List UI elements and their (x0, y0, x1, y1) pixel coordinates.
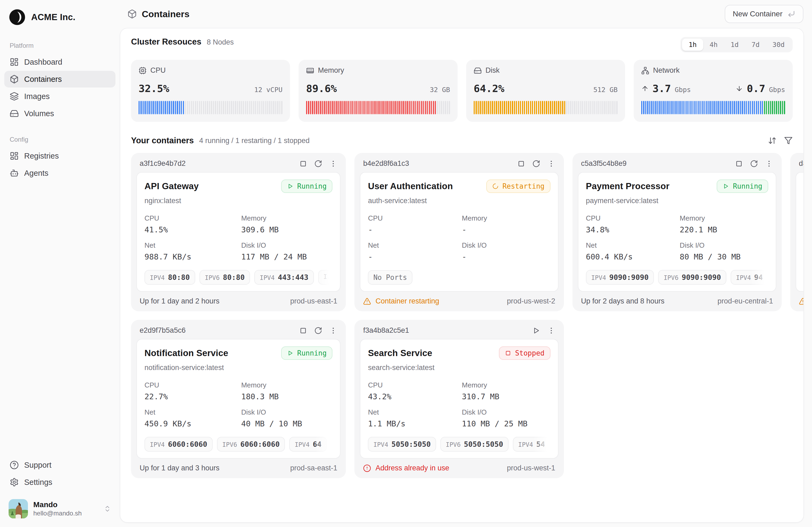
metric-label: Memory (241, 381, 332, 389)
range-button-4h[interactable]: 4h (703, 39, 724, 51)
range-button-1h[interactable]: 1h (682, 39, 703, 51)
kebab-menu-icon[interactable] (547, 160, 555, 168)
metric-value: - (462, 252, 550, 261)
metric-memory: Memory310.7 MB (462, 381, 550, 401)
range-button-7d[interactable]: 7d (745, 39, 766, 51)
container-ports: IPV49090:9090IPV69090:9090IPV494 (586, 261, 768, 285)
kebab-menu-icon[interactable] (329, 327, 337, 335)
nav-section-label: Platform (0, 42, 120, 49)
container-card: a3f1c9e4b7d2API GatewayRunningnginx:late… (131, 153, 346, 311)
return-key-icon (787, 10, 795, 18)
sidebar-item-label: Volumes (24, 109, 54, 118)
metric-value: 117 MB / 24 MB (241, 252, 332, 261)
metric-label: Disk I/O (241, 408, 332, 417)
new-container-button[interactable]: New Container (725, 5, 803, 23)
stop-icon[interactable] (517, 160, 525, 168)
user-profile[interactable]: Mando hello@mando.sh (5, 496, 114, 522)
metric-label: CPU (586, 214, 675, 223)
port-protocol: IPV4 (373, 441, 388, 448)
container-card-actions (299, 327, 337, 335)
sidebar-item-settings[interactable]: Settings (4, 474, 115, 491)
port-chip: IPV480:80 (144, 270, 195, 285)
container-card-head: b4e2d8f6a1c3 (360, 158, 558, 172)
user-name: Mando (33, 500, 98, 509)
metric-value: 41.5% (144, 225, 236, 234)
sidebar-item-images[interactable]: Images (4, 88, 115, 105)
kebab-menu-icon[interactable] (547, 327, 555, 335)
stop-icon[interactable] (299, 327, 307, 335)
metric-label: Net (368, 408, 456, 417)
kebab-menu-icon[interactable] (329, 160, 337, 168)
metric-value: 22.7% (144, 392, 236, 401)
restart-icon[interactable] (314, 160, 322, 168)
play-icon[interactable] (532, 327, 540, 335)
container-metrics: CPU41.5%Memory309.6 MBNet988.7 KB/sDisk … (144, 214, 332, 261)
metric-value: 600.4 KB/s (586, 252, 675, 261)
metric-cpu: CPU41.5% (144, 214, 236, 234)
metric-cpu: CPU22.7% (144, 381, 236, 401)
status-label: Stopped (515, 349, 545, 357)
sidebar-item-label: Support (24, 461, 52, 470)
containers-subtitle: 4 running / 1 restarting / 1 stopped (199, 137, 309, 145)
metric-disk: Disk I/O- (462, 241, 550, 261)
container-title-row: User AuthenticationRestarting (368, 180, 550, 193)
sidebar-item-dashboard[interactable]: Dashboard (4, 54, 115, 70)
stop-icon[interactable] (735, 160, 743, 168)
drive-icon (10, 109, 19, 118)
sidebar-item-label: Registries (24, 152, 59, 161)
port-chip: IPV65050:5050 (440, 437, 509, 452)
container-card-head: e2d9f7b5a5c6 (136, 325, 340, 339)
metric-memory: Memory- (462, 214, 550, 234)
cpu-icon (139, 66, 147, 75)
metric-value: 988.7 KB/s (144, 252, 236, 261)
port-chip: IPV66060:6060 (217, 437, 285, 452)
metric-name: Network (653, 66, 680, 75)
container-name: Payment Processor (586, 181, 670, 191)
stop-icon[interactable] (299, 160, 307, 168)
container-status-text: Container restarting (363, 297, 439, 305)
sidebar-item-containers[interactable]: Containers (4, 71, 115, 88)
range-button-30d[interactable]: 30d (766, 39, 791, 51)
port-chip: IPV69090:9090 (658, 270, 726, 285)
container-card: c5a3f5c4b8e9Payment ProcessorRunningpaym… (572, 153, 782, 311)
metric-label: Disk I/O (241, 241, 332, 250)
app-root: ACME Inc. PlatformDashboardContainersIma… (0, 0, 812, 527)
sidebar-item-volumes[interactable]: Volumes (4, 105, 115, 122)
ports-fade-overlay (533, 428, 550, 452)
metric-label: Disk I/O (680, 241, 768, 250)
status-badge: Stopped (499, 346, 550, 360)
footer-message: Up for 1 day and 3 hours (140, 464, 219, 472)
sidebar-item-registries[interactable]: Registries (4, 148, 115, 164)
memory-icon (306, 66, 314, 75)
container-card-footer: Up for 1 day and 2 hoursprod-us-east-1 (136, 292, 340, 307)
sidebar-item-support[interactable]: Support (4, 457, 115, 473)
brand[interactable]: ACME Inc. (0, 6, 120, 28)
port-mapping: 9090:9090 (609, 273, 649, 282)
port-protocol: IPV6 (446, 441, 461, 448)
restart-icon[interactable] (314, 327, 322, 335)
container-region: prod-us-east-1 (290, 297, 337, 305)
sort-button[interactable] (768, 136, 777, 145)
kebab-menu-icon[interactable] (765, 160, 773, 168)
restart-icon[interactable] (532, 160, 540, 168)
footer-message: Address already in use (375, 464, 449, 472)
range-button-1d[interactable]: 1d (724, 39, 745, 51)
status-badge: Running (281, 346, 333, 360)
container-id: a3f1c9e4b7d2 (140, 160, 186, 168)
metric-value: 43.2% (368, 392, 456, 401)
sidebar-item-agents[interactable]: Agents (4, 165, 115, 181)
container-card: e2d9f7b5a5c6Notification ServiceRunningn… (131, 320, 346, 478)
content-panel: Cluster Resouces 8 Nodes 1h4h1d7d30d CPU… (120, 28, 804, 523)
port-mapping: 5050:5050 (464, 440, 503, 448)
arrow-down-icon (736, 85, 743, 92)
container-card-footer: Up for 1 day and 3 hoursprod-sa-east-1 (136, 458, 340, 474)
container-card-footer: Up for 2 days and 8 hoursprod-eu-central… (578, 292, 776, 307)
containers-title: Your containers (131, 136, 194, 146)
metric-card-head: CPU (139, 66, 282, 75)
restart-icon[interactable] (750, 160, 758, 168)
metric-card-cpu: CPU32.5%12 vCPU (131, 60, 290, 122)
bot-icon (10, 168, 19, 178)
alert-icon (363, 464, 371, 472)
filter-button[interactable] (784, 136, 793, 145)
port-protocol: IPV6 (664, 274, 678, 281)
